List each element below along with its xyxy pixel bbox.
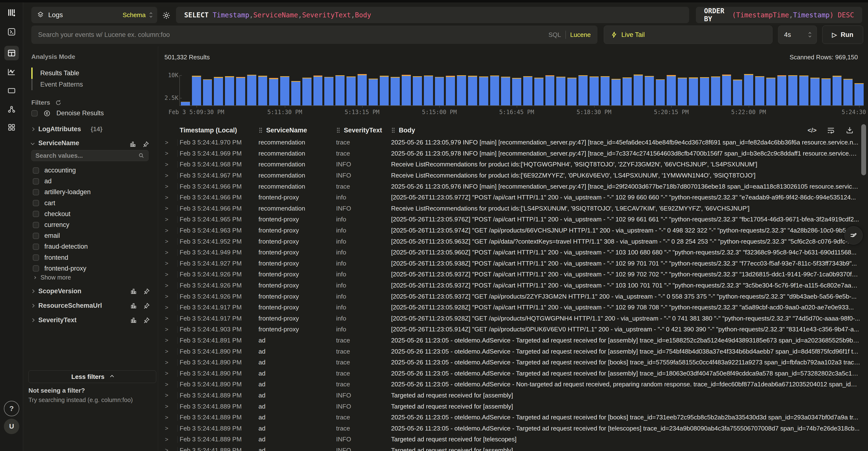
service-checkbox[interactable]: [33, 211, 39, 217]
expand-row-chevron[interactable]: [165, 216, 168, 223]
service-value-row[interactable]: ad: [33, 176, 146, 187]
refresh-icon[interactable]: [55, 99, 62, 106]
table-row[interactable]: Feb 3 5:24:41.926 PMfrontend-proxyinfo[2…: [159, 269, 860, 280]
table-row[interactable]: Feb 3 5:24:41.966 PMrecommendationINFORe…: [159, 203, 860, 214]
bar-chart-icon[interactable]: [130, 317, 137, 324]
table-row[interactable]: Feb 3 5:24:41.917 PMfrontend-proxyinfo[2…: [159, 302, 860, 313]
service-checkbox[interactable]: [33, 178, 39, 184]
search-terminal-icon[interactable]: [4, 25, 19, 39]
rail-chart-icon[interactable]: [4, 65, 19, 79]
service-value-label[interactable]: checkout: [44, 210, 70, 218]
service-value-label[interactable]: currency: [44, 221, 69, 229]
table-row[interactable]: Feb 3 5:24:41.889 PMadINFOTargeted ad re…: [159, 401, 860, 412]
table-row[interactable]: Feb 3 5:24:41.970 PMrecommendationtrace2…: [159, 137, 860, 148]
table-row[interactable]: Feb 3 5:24:41.966 PMrecommendationtrace2…: [159, 181, 860, 192]
table-row[interactable]: Feb 3 5:24:41.889 PMadtrace2025-05-26 11…: [159, 423, 860, 434]
expand-row-chevron[interactable]: [165, 161, 168, 168]
column-header-servicename[interactable]: ServiceName: [256, 127, 334, 134]
expand-row-chevron[interactable]: [165, 425, 168, 432]
service-value-label[interactable]: cart: [44, 200, 55, 207]
column-header-timestamp[interactable]: Timestamp (Local): [178, 127, 256, 134]
service-value-label[interactable]: ad: [44, 178, 52, 185]
table-row[interactable]: Feb 3 5:24:41.890 PMadtrace2025-05-26 11…: [159, 357, 860, 368]
less-filters-button[interactable]: Less filters: [28, 370, 156, 383]
rail-sessions-icon[interactable]: [4, 84, 19, 98]
mode-results-table[interactable]: Results Table: [31, 67, 147, 79]
service-checkbox[interactable]: [33, 222, 39, 228]
expand-row-chevron[interactable]: [165, 150, 168, 157]
service-value-label[interactable]: artillery-loadgen: [44, 188, 91, 196]
user-avatar[interactable]: U: [4, 419, 19, 434]
service-checkbox[interactable]: [33, 168, 39, 174]
filter-field-row[interactable]: SeverityText: [31, 317, 150, 324]
expand-row-chevron[interactable]: [165, 359, 168, 366]
table-row[interactable]: Feb 3 5:24:41.889 PMadINFOTargeted ad re…: [159, 390, 860, 401]
denoise-checkbox[interactable]: [31, 110, 38, 117]
drag-handle-icon[interactable]: [391, 127, 396, 133]
table-body[interactable]: Feb 3 5:24:41.970 PMrecommendationtrace2…: [159, 137, 860, 451]
table-row[interactable]: Feb 3 5:24:41.889 PMadtrace2025-05-26 11…: [159, 412, 860, 423]
rail-search-results-icon[interactable]: [4, 46, 19, 60]
service-value-label[interactable]: fraud-detection: [44, 243, 88, 250]
show-more-row[interactable]: Show more: [34, 274, 71, 281]
expand-row-chevron[interactable]: [165, 172, 168, 179]
service-value-label[interactable]: email: [44, 232, 60, 239]
table-config-floating-button[interactable]: [844, 226, 863, 245]
bar-chart-icon[interactable]: [129, 141, 136, 148]
table-row[interactable]: Feb 3 5:24:41.965 PMfrontend-proxyinfo[2…: [159, 214, 860, 225]
download-icon[interactable]: [845, 125, 855, 135]
expand-row-chevron[interactable]: [165, 238, 168, 245]
wrap-text-icon[interactable]: [826, 125, 836, 135]
table-row[interactable]: Feb 3 5:24:41.926 PMfrontend-proxyinfo[2…: [159, 291, 860, 302]
expand-row-chevron[interactable]: [165, 183, 168, 190]
help-button[interactable]: ?: [4, 401, 19, 416]
service-values-search[interactable]: [31, 150, 149, 161]
service-checkbox[interactable]: [33, 244, 39, 250]
service-values-search-input[interactable]: [35, 152, 138, 159]
event-search-bar[interactable]: SQL Lucene: [31, 26, 597, 44]
service-checkbox[interactable]: [33, 233, 39, 239]
table-row[interactable]: Feb 3 5:24:41.967 PMrecommendationINFORe…: [159, 170, 860, 181]
search-input[interactable]: [38, 31, 549, 38]
code-view-icon[interactable]: </>: [807, 125, 817, 135]
service-value-row[interactable]: frontend: [33, 252, 146, 263]
language-sql-option[interactable]: SQL: [549, 31, 561, 38]
filter-field-row[interactable]: ResourceSchemaUrl: [31, 302, 150, 309]
expand-row-chevron[interactable]: [165, 447, 168, 451]
select-query-editor[interactable]: SELECT Timestamp, ServiceName, SeverityT…: [176, 7, 689, 23]
drag-handle-icon[interactable]: [336, 127, 340, 133]
pin-icon[interactable]: [143, 288, 150, 295]
run-button[interactable]: Run: [822, 26, 863, 44]
service-value-label[interactable]: frontend: [44, 254, 68, 262]
expand-row-chevron[interactable]: [165, 348, 168, 355]
expand-row-chevron[interactable]: [165, 337, 168, 344]
filter-field-row[interactable]: ScopeVersion: [31, 288, 150, 295]
table-row[interactable]: Feb 3 5:24:41.963 PMfrontend-proxyinfo[2…: [159, 225, 860, 236]
expand-row-chevron[interactable]: [165, 227, 168, 234]
service-value-row[interactable]: email: [33, 230, 146, 241]
table-row[interactable]: Feb 3 5:24:41.968 PMrecommendationINFORe…: [159, 159, 860, 170]
events-histogram[interactable]: 10K2.5KFeb 3 5:09:30 PM5:11:30 PM5:13:15…: [159, 69, 868, 117]
service-value-row[interactable]: cart: [33, 198, 146, 209]
table-row[interactable]: Feb 3 5:24:41.917 PMfrontend-proxyinfo[2…: [159, 313, 860, 324]
rail-dashboards-icon[interactable]: [4, 120, 19, 134]
table-row[interactable]: Feb 3 5:24:41.927 PMfrontend-proxyinfo[2…: [159, 258, 860, 269]
table-row[interactable]: Feb 3 5:24:41.890 PMadtrace2025-05-26 11…: [159, 379, 860, 390]
vertical-scrollbar[interactable]: [861, 124, 866, 175]
table-row[interactable]: Feb 3 5:24:41.949 PMfrontend-proxyinfo[2…: [159, 247, 860, 258]
expand-row-chevron[interactable]: [165, 249, 168, 256]
pin-icon[interactable]: [143, 317, 150, 324]
expand-row-chevron[interactable]: [165, 381, 168, 388]
expand-row-chevron[interactable]: [165, 293, 168, 300]
servicename-field-row[interactable]: ServiceName: [31, 140, 79, 147]
log-attributes-row[interactable]: LogAttributes {14}: [31, 125, 102, 133]
expand-row-chevron[interactable]: [165, 326, 168, 333]
source-selector[interactable]: Logs Schema: [31, 7, 157, 23]
service-checkbox[interactable]: [33, 189, 39, 196]
expand-row-chevron[interactable]: [165, 403, 168, 410]
table-row[interactable]: Feb 3 5:24:41.952 PMfrontend-proxyinfo[2…: [159, 236, 860, 247]
rail-service-map-icon[interactable]: [4, 102, 19, 117]
table-row[interactable]: Feb 3 5:24:41.966 PMfrontend-proxyinfo[2…: [159, 192, 860, 203]
live-tail-button[interactable]: Live Tail: [604, 26, 773, 44]
language-lucene-option[interactable]: Lucene: [570, 31, 591, 38]
